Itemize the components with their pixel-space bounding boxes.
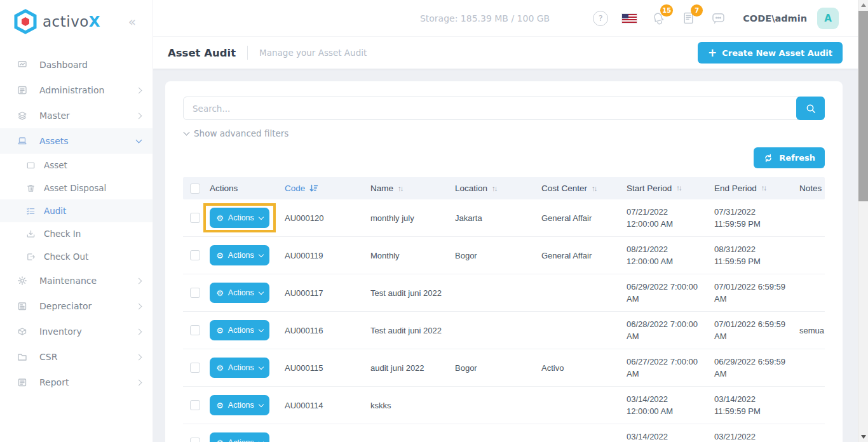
- sidebar-item-report[interactable]: Report: [0, 370, 153, 395]
- chevron-down-icon: [259, 364, 264, 369]
- sidebar-item-label: CSR: [39, 352, 57, 362]
- row-checkbox[interactable]: [190, 438, 200, 442]
- language-flag-icon[interactable]: [622, 14, 637, 23]
- search-icon: [805, 103, 817, 114]
- sidebar-item-inventory[interactable]: Inventory: [0, 319, 153, 344]
- column-header-name[interactable]: Name↑↓: [365, 184, 450, 193]
- column-header-start-period[interactable]: Start Period↑↓: [621, 182, 709, 194]
- row-actions-button[interactable]: ⚙Actions: [210, 245, 269, 265]
- filters-label: Show advanced filters: [194, 128, 288, 138]
- news-icon[interactable]: 7: [681, 10, 696, 26]
- column-header-cost-center[interactable]: Cost Center↑↓: [536, 184, 621, 193]
- cell-code: AU000120: [280, 213, 365, 223]
- row-actions-button[interactable]: ⚙Actions: [210, 395, 269, 415]
- sidebar: activoX « Dashboard Administration Maste…: [0, 0, 153, 442]
- chevron-down-icon: [184, 130, 190, 136]
- show-advanced-filters-link[interactable]: Show advanced filters: [183, 128, 288, 138]
- cell-name: Test audit juni 2022: [365, 326, 450, 335]
- username[interactable]: CODE\admin: [743, 13, 807, 23]
- row-actions-button[interactable]: ⚙Actions: [210, 208, 269, 228]
- search-button[interactable]: [796, 97, 825, 120]
- sidebar-item-label: Maintenance: [39, 276, 97, 286]
- notifications-bell-icon[interactable]: 15: [651, 10, 667, 26]
- sort-icon: ↑↓: [492, 185, 497, 192]
- row-checkbox[interactable]: [190, 250, 200, 260]
- table-row: ⚙Actions AU000120 monthly july Jakarta G…: [183, 199, 825, 237]
- sort-icon: ↑↓: [592, 185, 597, 192]
- gear-icon: ⚙: [216, 364, 224, 372]
- cell-code: AU000117: [280, 288, 365, 298]
- avatar[interactable]: A: [817, 8, 839, 29]
- sidebar-item-label: Dashboard: [39, 60, 88, 70]
- cell-end-period: 07/31/2022 11:59:59 PM: [709, 206, 794, 230]
- cell-name: Test audit juni 2022: [365, 288, 450, 298]
- scroll-down-arrow-icon[interactable]: [861, 435, 866, 439]
- sidebar-item-asset-disposal[interactable]: Asset Disposal: [0, 177, 153, 199]
- chevron-down-icon: [259, 401, 264, 406]
- sidebar-item-administration[interactable]: Administration: [0, 77, 153, 103]
- audit-checklist-icon: [25, 206, 36, 217]
- chevron-down-icon: [259, 289, 264, 294]
- sidebar-item-label: Asset: [44, 160, 67, 170]
- row-checkbox[interactable]: [190, 400, 200, 410]
- cell-code: AU000115: [280, 363, 365, 373]
- row-checkbox[interactable]: [190, 363, 200, 373]
- sidebar-item-dashboard[interactable]: Dashboard: [0, 52, 153, 77]
- search-input[interactable]: [183, 97, 825, 120]
- cell-cost-center: General Affair: [536, 213, 621, 223]
- create-new-asset-audit-button[interactable]: + Create New Asset Audit: [698, 42, 843, 64]
- create-button-label: Create New Asset Audit: [722, 48, 832, 58]
- sidebar-item-csr[interactable]: CSR: [0, 344, 153, 370]
- cell-name: kskks: [365, 401, 450, 410]
- row-actions-button[interactable]: ⚙Actions: [210, 320, 269, 340]
- sidebar-item-audit[interactable]: Audit: [0, 199, 153, 222]
- sidebar-item-label: Depreciator: [39, 301, 92, 311]
- row-checkbox[interactable]: [190, 213, 200, 223]
- select-all-checkbox[interactable]: [190, 184, 200, 194]
- asset-icon: [25, 160, 36, 171]
- chevron-down-icon: [259, 326, 264, 332]
- sort-icon: ↑↓: [761, 182, 766, 194]
- cell-start-period: 07/21/2022 12:00:00 AM: [621, 206, 709, 230]
- scroll-up-arrow-icon[interactable]: [861, 3, 866, 7]
- collapse-sidebar-icon[interactable]: «: [128, 14, 141, 29]
- help-icon[interactable]: ?: [593, 11, 608, 26]
- cell-end-period: 06/29/2022 6:59:59 AM: [709, 356, 794, 380]
- chevron-down-icon: [259, 439, 264, 442]
- cell-end-period: 03/14/2022 11:59:59 PM: [709, 393, 794, 417]
- scrollbar-thumb[interactable]: [858, 11, 868, 201]
- audit-table: Actions Code Name↑↓ Location↑↓ Cost Cent…: [183, 177, 825, 442]
- sidebar-item-check-in[interactable]: Check In: [0, 222, 153, 245]
- column-header-location[interactable]: Location↑↓: [450, 184, 536, 193]
- column-header-code[interactable]: Code: [280, 184, 365, 193]
- sidebar-item-check-out[interactable]: Check Out: [0, 245, 153, 268]
- cell-end-period: 03/21/2022 11:59:59: [709, 431, 794, 442]
- sidebar-nav: Dashboard Administration Master Assets A…: [0, 52, 153, 395]
- row-actions-button[interactable]: ⚙Actions: [210, 283, 269, 303]
- cell-start-period: 03/14/2022 12:00:00 AM: [621, 393, 709, 417]
- sidebar-item-asset[interactable]: Asset: [0, 154, 153, 177]
- row-actions-button[interactable]: ⚙Actions: [210, 432, 269, 442]
- sidebar-item-maintenance[interactable]: Maintenance: [0, 268, 153, 293]
- clipboard-icon: [17, 300, 28, 312]
- row-checkbox[interactable]: [190, 325, 200, 335]
- chat-dots-icon[interactable]: [710, 10, 726, 26]
- check-in-icon: [25, 229, 36, 239]
- page-header: Asset Audit Manage your Asset Audit + Cr…: [153, 36, 858, 69]
- row-actions-button[interactable]: ⚙Actions: [210, 358, 269, 378]
- cell-code: AU000119: [280, 251, 365, 260]
- row-checkbox[interactable]: [190, 288, 200, 298]
- sidebar-item-label: Check In: [44, 229, 81, 239]
- vertical-scrollbar[interactable]: [858, 0, 868, 442]
- sidebar-item-master[interactable]: Master: [0, 103, 153, 128]
- table-row: ⚙Actions AU000116 Test audit juni 2022 0…: [183, 312, 825, 349]
- cell-start-period: 06/28/2022 7:00:00 AM: [621, 318, 709, 342]
- cell-cost-center: General Affair: [536, 251, 621, 260]
- chevron-right-icon: [136, 87, 142, 93]
- sidebar-item-depreciator[interactable]: Depreciator: [0, 293, 153, 319]
- refresh-button[interactable]: Refresh: [754, 147, 825, 168]
- column-header-end-period[interactable]: End Period↑↓: [709, 182, 794, 194]
- sidebar-item-assets[interactable]: Assets: [0, 128, 153, 154]
- cell-name: audit juni 2022: [365, 363, 450, 373]
- cell-location: Bogor: [450, 251, 536, 260]
